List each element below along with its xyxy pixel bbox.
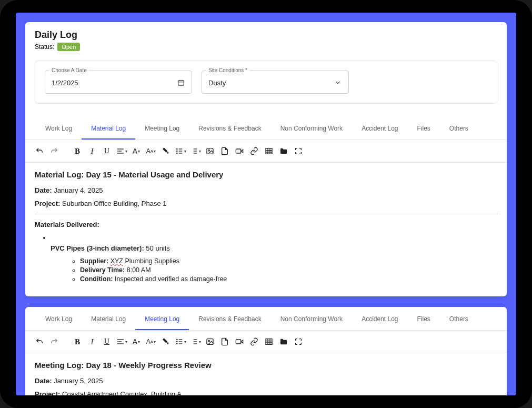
- list-item: Condition: Inspected and verified as dam…: [80, 275, 497, 283]
- tab-material-log[interactable]: Material Log: [82, 309, 135, 330]
- tab-material-log[interactable]: Material Log: [82, 118, 135, 140]
- folder-icon[interactable]: [277, 335, 290, 349]
- list-item: [51, 234, 497, 241]
- video-icon[interactable]: [233, 144, 246, 158]
- svg-rect-39: [236, 340, 240, 344]
- redo-icon[interactable]: [47, 335, 61, 349]
- video-icon[interactable]: [233, 335, 246, 349]
- bold-button[interactable]: B: [71, 335, 84, 349]
- editor2-date-label: Date:: [35, 377, 52, 385]
- editor-toolbar-1: B I U A AA: [25, 140, 507, 163]
- tab-others[interactable]: Others: [440, 309, 478, 330]
- link-icon[interactable]: [247, 144, 261, 158]
- file-icon[interactable]: [218, 144, 232, 158]
- font-size-button[interactable]: AA: [144, 335, 158, 349]
- font-color-button[interactable]: A: [129, 144, 143, 158]
- tab-revisions[interactable]: Revisions & Feedback: [189, 118, 270, 140]
- tab-files[interactable]: Files: [408, 118, 440, 140]
- tab-ncw[interactable]: Non Conforming Work: [271, 309, 353, 330]
- tab-work-log[interactable]: Work Log: [36, 309, 82, 330]
- calendar-icon[interactable]: [177, 78, 185, 87]
- chevron-down-icon[interactable]: [334, 78, 342, 87]
- svg-point-7: [176, 148, 177, 149]
- delivery-time-value: 8:00 AM: [125, 266, 150, 274]
- numbered-list-button[interactable]: [188, 144, 202, 158]
- editor-content-1[interactable]: Material Log: Day 15 - Material Usage an…: [25, 163, 507, 296]
- list-item: Delivery Time: 8:00 AM: [80, 266, 497, 274]
- italic-button[interactable]: I: [85, 335, 99, 349]
- status-badge: Open: [57, 43, 80, 51]
- file-icon[interactable]: [218, 335, 232, 349]
- svg-point-8: [176, 151, 177, 151]
- tab-files[interactable]: Files: [408, 309, 440, 330]
- tab-others[interactable]: Others: [440, 118, 478, 140]
- undo-icon[interactable]: [33, 144, 46, 158]
- daily-log-card: Daily Log Status: Open Choose A Date 1/2…: [25, 22, 507, 296]
- editor1-project-label: Project:: [35, 200, 60, 207]
- svg-point-28: [176, 339, 177, 340]
- folder-icon[interactable]: [277, 144, 290, 158]
- table-icon[interactable]: [262, 144, 276, 158]
- fullscreen-icon[interactable]: [292, 144, 305, 158]
- svg-point-38: [208, 340, 210, 342]
- tab-accident[interactable]: Accident Log: [352, 309, 407, 330]
- status-label: Status:: [35, 43, 54, 51]
- bold-button[interactable]: B: [71, 144, 84, 158]
- editor1-project-value: Suburban Office Building, Phase 1: [60, 200, 166, 207]
- editor2-title: Meeting Log: Day 18 - Weekly Progress Re…: [35, 361, 497, 370]
- delivery-time-label: Delivery Time:: [80, 266, 125, 274]
- tab-accident[interactable]: Accident Log: [352, 118, 407, 140]
- svg-rect-0: [178, 81, 184, 85]
- supplier-label: Supplier:: [80, 257, 108, 265]
- editor1-date-value: January 4, 2025: [52, 186, 103, 194]
- tabs-row-1: Work Log Material Log Meeting Log Revisi…: [25, 118, 507, 140]
- editor2-project-label: Project:: [35, 390, 60, 395]
- underline-button[interactable]: U: [100, 335, 114, 349]
- materials-delivered-label: Materials Delivered:: [35, 221, 99, 228]
- image-icon[interactable]: [203, 335, 217, 349]
- tab-ncw[interactable]: Non Conforming Work: [271, 118, 353, 140]
- undo-icon[interactable]: [33, 335, 46, 349]
- svg-rect-20: [266, 148, 272, 154]
- date-label: Choose A Date: [49, 67, 89, 73]
- underline-button[interactable]: U: [100, 144, 114, 158]
- editor1-date-label: Date:: [35, 186, 52, 194]
- table-icon[interactable]: [262, 335, 276, 349]
- date-field[interactable]: Choose A Date 1/2/2025: [45, 71, 192, 94]
- redo-icon[interactable]: [47, 144, 61, 158]
- paint-format-icon[interactable]: [159, 335, 173, 349]
- font-size-button[interactable]: AA: [144, 144, 158, 158]
- editor1-title: Material Log: Day 15 - Material Usage an…: [35, 170, 497, 179]
- align-button[interactable]: [115, 335, 128, 349]
- bullet-list-button[interactable]: [174, 144, 187, 158]
- pvc-value: 50 units: [144, 244, 170, 252]
- align-button[interactable]: [115, 144, 128, 158]
- tab-revisions[interactable]: Revisions & Feedback: [189, 309, 270, 330]
- image-icon[interactable]: [203, 144, 217, 158]
- site-conditions-value: Dusty: [208, 79, 334, 87]
- tab-meeting-log[interactable]: Meeting Log: [135, 309, 189, 330]
- editor-content-2[interactable]: Meeting Log: Day 18 - Weekly Progress Re…: [25, 353, 507, 395]
- italic-button[interactable]: I: [85, 144, 99, 158]
- fullscreen-icon[interactable]: [292, 335, 305, 349]
- tablet-screen[interactable]: Daily Log Status: Open Choose A Date 1/2…: [16, 13, 516, 395]
- svg-point-29: [176, 341, 177, 342]
- meeting-log-card: Work Log Material Log Meeting Log Revisi…: [25, 307, 507, 395]
- site-conditions-label: Site Conditions *: [206, 67, 249, 73]
- list-item: Supplier: XYZ Plumbing Supplies: [80, 257, 497, 265]
- page-title: Daily Log: [35, 29, 497, 41]
- svg-rect-41: [266, 339, 272, 345]
- supplier-tail: Plumbing Supplies: [123, 257, 179, 265]
- tab-meeting-log[interactable]: Meeting Log: [135, 118, 189, 140]
- bullet-list-button[interactable]: [174, 335, 187, 349]
- date-value: 1/2/2025: [52, 79, 177, 87]
- link-icon[interactable]: [247, 335, 261, 349]
- tab-work-log[interactable]: Work Log: [36, 118, 82, 140]
- numbered-list-button[interactable]: [188, 335, 202, 349]
- svg-point-30: [176, 343, 177, 344]
- editor2-project-value: Coastal Apartment Complex, Building A: [60, 390, 182, 395]
- paint-format-icon[interactable]: [159, 144, 173, 158]
- divider: [35, 214, 497, 214]
- site-conditions-field[interactable]: Site Conditions * Dusty: [202, 71, 349, 94]
- font-color-button[interactable]: A: [129, 335, 143, 349]
